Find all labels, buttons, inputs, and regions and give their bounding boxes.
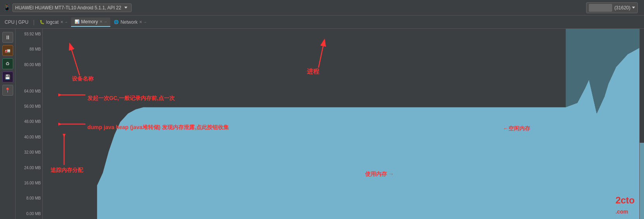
alloc-icon: 📍	[5, 88, 10, 93]
svg-line-2	[70, 44, 80, 75]
dump-icon: 🚛	[5, 48, 10, 53]
alloc-button[interactable]: 📍	[2, 85, 13, 96]
right-edge[interactable]	[639, 29, 644, 219]
y-label-2: 80.00 MB	[17, 63, 41, 67]
watermark: 2cto .com	[616, 195, 635, 216]
y-label-0: 93.92 MB	[17, 32, 41, 36]
process-thumbnail	[589, 4, 612, 12]
device-arrow-svg	[64, 40, 95, 77]
tab-logcat-label: logcat	[46, 19, 59, 25]
memory-close-btn[interactable]: ✕	[99, 19, 103, 24]
scrollbar-thumb[interactable]	[640, 143, 644, 219]
pause-icon: ⏸	[5, 34, 10, 40]
dump-button[interactable]: 🚛	[2, 45, 13, 56]
process-arrow-svg	[303, 37, 334, 70]
device-label: HUAWEI HUAWEI MT7-TL10 Android 5.1.1, AP…	[15, 5, 121, 11]
gc-button[interactable]: ♻	[2, 58, 13, 69]
phone-icon: 📱	[3, 4, 11, 11]
y-label-9: 24.00 MB	[17, 166, 41, 170]
y-label-8: 32.00 MB	[17, 150, 41, 154]
device-selector[interactable]: HUAWEI HUAWEI MT7-TL10 Android 5.1.1, AP…	[12, 4, 132, 12]
tab-logcat[interactable]: 🐛 logcat ✕ →	[36, 18, 71, 26]
track-arrow-svg	[60, 134, 80, 169]
y-label-1: 88 MB	[17, 47, 41, 51]
main-content: ⏸ 🚛 ♻ 💾 📍 93.92 MB 88 MB 80.00 MB 64.00 …	[0, 29, 644, 219]
network-close-btn[interactable]: ✕	[139, 20, 142, 24]
tab-network[interactable]: 🌐 Network ✕ →	[110, 18, 150, 26]
tab-cpu-gpu-label: CPU | GPU	[5, 19, 28, 25]
y-label-12: 0.00 MB	[17, 212, 41, 216]
logcat-pin: →	[64, 20, 68, 24]
device-dropdown-arrow	[124, 7, 127, 9]
svg-line-1	[319, 40, 324, 68]
y-label-7: 40.00 MB	[17, 135, 41, 139]
tab-network-label: Network	[120, 19, 138, 25]
network-pin: →	[143, 20, 147, 24]
y-axis: 93.92 MB 88 MB 80.00 MB 64.00 MB 56.00 M…	[16, 29, 43, 219]
gc-arrow-svg	[58, 87, 89, 107]
chart-area[interactable]: 进程 设备名称 发起一次GC,一般记录内存前,点一次	[43, 29, 639, 219]
gc-icon: ♻	[5, 61, 10, 67]
y-label-10: 16.00 MB	[17, 181, 41, 185]
tab-cpu-gpu[interactable]: CPU | GPU	[2, 18, 31, 26]
y-label-4: 64.00 MB	[17, 89, 41, 93]
watermark-com: .com	[616, 208, 628, 215]
process-selector[interactable]: (31620)	[586, 2, 638, 13]
tab-memory[interactable]: 📊 Memory ✕ →	[71, 18, 110, 27]
tabs-row: CPU | GPU | 🐛 logcat ✕ → 📊 Memory ✕ → 🌐 …	[0, 16, 644, 29]
y-label-11: 8.00 MB	[17, 196, 41, 200]
dump-arrow-svg	[58, 116, 89, 136]
tab-separator-1: |	[31, 19, 36, 25]
heap-button[interactable]: 💾	[2, 72, 13, 82]
tab-memory-label: Memory	[81, 19, 98, 25]
heap-icon: 💾	[5, 74, 10, 80]
y-label-5: 56.00 MB	[17, 104, 41, 109]
toolbar: 📱 HUAWEI HUAWEI MT7-TL10 Android 5.1.1, …	[0, 0, 644, 16]
process-label: (31620)	[614, 5, 630, 11]
pause-button[interactable]: ⏸	[2, 32, 13, 43]
memory-icon: 📊	[74, 19, 80, 25]
logcat-icon: 🐛	[39, 19, 45, 25]
memory-chart-svg	[43, 29, 639, 219]
process-dropdown-arrow	[632, 7, 635, 9]
logcat-close-btn[interactable]: ✕	[60, 20, 63, 24]
watermark-text: 2cto	[616, 195, 635, 205]
left-sidebar: ⏸ 🚛 ♻ 💾 📍	[0, 29, 16, 219]
scrollbar-track-top	[640, 29, 644, 143]
network-icon: 🌐	[113, 19, 119, 25]
memory-pin: →	[103, 19, 107, 24]
y-label-6: 48.00 MB	[17, 119, 41, 124]
